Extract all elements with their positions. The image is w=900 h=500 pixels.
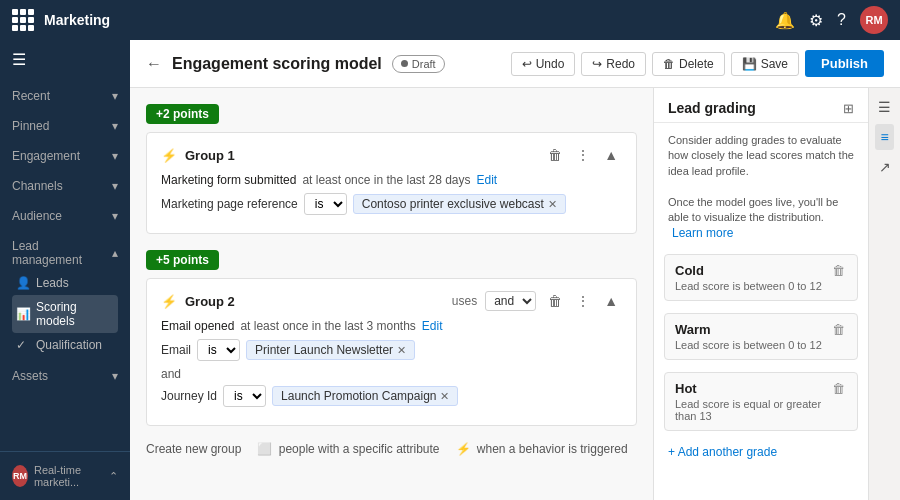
grade-cold-name: Cold [675, 263, 830, 278]
group1-trigger-icon: ⚡ [161, 148, 177, 163]
grade-warm-desc: Lead score is between 0 to 12 [675, 339, 830, 351]
help-icon[interactable]: ? [837, 11, 846, 29]
trigger-icon-footer: ⚡ [456, 442, 471, 456]
gear-icon[interactable]: ⚙ [809, 11, 823, 30]
group2-journey-tag-remove[interactable]: ✕ [440, 390, 449, 403]
sidebar-group-channels: Channels ▾ [0, 169, 130, 199]
sidebar-group-header-assets[interactable]: Assets ▾ [12, 365, 118, 387]
chevron-down-icon-recent: ▾ [112, 89, 118, 103]
sidebar-item-leads[interactable]: 👤 Leads [12, 271, 118, 295]
add-grade-button[interactable]: + Add another grade [654, 437, 868, 467]
chevron-up-icon-lead-management: ▴ [112, 246, 118, 260]
grade-warm-delete[interactable]: 🗑 [830, 322, 847, 337]
group1-condition-row: Marketing form submitted at least once i… [161, 173, 622, 187]
group1-operator-select[interactable]: is [304, 193, 347, 215]
right-panel-desc: Consider adding grades to evaluate how c… [654, 123, 868, 248]
undo-button[interactable]: ↩ Undo [511, 52, 576, 76]
sidebar: ☰ Recent ▾ Pinned ▾ Engagement ▾ Channel… [0, 40, 130, 500]
group2-header: ⚡ Group 2 uses and or 🗑 ⋮ ▲ [161, 291, 622, 311]
sidebar-group-audience: Audience ▾ [0, 199, 130, 229]
app-title: Marketing [44, 12, 765, 28]
group1-collapse-btn[interactable]: ▲ [600, 145, 622, 165]
sidebar-group-engagement: Engagement ▾ [0, 139, 130, 169]
sidebar-group-header-pinned[interactable]: Pinned ▾ [12, 115, 118, 137]
group2-trigger-icon: ⚡ [161, 294, 177, 309]
group1-title: Group 1 [185, 148, 536, 163]
group2-uses-select[interactable]: and or [485, 291, 536, 311]
group2-delete-btn[interactable]: 🗑 [544, 291, 566, 311]
undo-label: Undo [536, 57, 565, 71]
sidebar-hamburger[interactable]: ☰ [0, 40, 130, 79]
sidebar-group-header-lead-management[interactable]: Lead management ▴ [12, 235, 118, 271]
avatar[interactable]: RM [860, 6, 888, 34]
save-button[interactable]: 💾 Save [731, 52, 799, 76]
side-icon-grade[interactable]: ≡ [875, 124, 893, 150]
sidebar-item-scoring-models[interactable]: 📊 Scoring models [12, 295, 118, 333]
scoring-area: +2 points ⚡ Group 1 🗑 ⋮ ▲ Marketing form… [130, 88, 653, 500]
grade-item-hot: Hot Lead score is equal or greater than … [664, 372, 858, 431]
leads-icon: 👤 [16, 276, 30, 290]
delete-icon: 🗑 [663, 57, 675, 71]
group2-edit-link[interactable]: Edit [422, 319, 443, 333]
group2-title: Group 2 [185, 294, 444, 309]
grade-hot-delete[interactable]: 🗑 [830, 381, 847, 396]
save-icon: 💾 [742, 57, 757, 71]
qualification-icon: ✓ [16, 338, 30, 352]
group2-more-btn[interactable]: ⋮ [572, 291, 594, 311]
sidebar-group-label-lead-management: Lead management [12, 239, 112, 267]
draft-dot [401, 60, 408, 67]
app-grid-icon[interactable] [12, 9, 34, 31]
grade-cold-delete[interactable]: 🗑 [830, 263, 847, 278]
bell-icon[interactable]: 🔔 [775, 11, 795, 30]
publish-button[interactable]: Publish [805, 50, 884, 77]
sidebar-item-qualification[interactable]: ✓ Qualification [12, 333, 118, 357]
sidebar-bottom-item[interactable]: RM Real-time marketi... ⌃ [12, 460, 118, 492]
group-card-1: ⚡ Group 1 🗑 ⋮ ▲ Marketing form submitted… [146, 132, 637, 234]
group2-and-connector: and [161, 367, 622, 381]
group1-condition-freq: at least once in the last 28 days [302, 173, 470, 187]
points-label-group2: +5 points [146, 250, 219, 270]
group2-collapse-btn[interactable]: ▲ [600, 291, 622, 311]
group2-email-operator[interactable]: is [197, 339, 240, 361]
sidebar-group-label-pinned: Pinned [12, 119, 49, 133]
group2-email-tag-remove[interactable]: ✕ [397, 344, 406, 357]
expand-icon[interactable]: ⊞ [843, 101, 854, 116]
group2-journey-tag-value: Launch Promotion Campaign [281, 389, 436, 403]
grade-item-cold: Cold Lead score is between 0 to 12 🗑 [664, 254, 858, 301]
group1-delete-btn[interactable]: 🗑 [544, 145, 566, 165]
sidebar-group-label-engagement: Engagement [12, 149, 80, 163]
footer-trigger-option: ⚡ when a behavior is triggered [456, 442, 628, 456]
group2-journey-label: Journey Id [161, 389, 217, 403]
group1-condition-label: Marketing form submitted [161, 173, 296, 187]
group2-journey-row: Journey Id is Launch Promotion Campaign … [161, 385, 622, 407]
content-area: ← Engagement scoring model Draft ↩ Undo … [130, 40, 900, 500]
delete-button[interactable]: 🗑 Delete [652, 52, 725, 76]
grade-warm-name: Warm [675, 322, 830, 337]
group1-edit-link[interactable]: Edit [477, 173, 498, 187]
group1-more-btn[interactable]: ⋮ [572, 145, 594, 165]
group2-actions: 🗑 ⋮ ▲ [544, 291, 622, 311]
redo-button[interactable]: ↪ Redo [581, 52, 646, 76]
sidebar-group-header-recent[interactable]: Recent ▾ [12, 85, 118, 107]
group2-email-tag: Printer Launch Newsletter ✕ [246, 340, 415, 360]
side-icon-list[interactable]: ☰ [873, 94, 896, 120]
group1-tag-remove[interactable]: ✕ [548, 198, 557, 211]
sidebar-bottom-chevron: ⌃ [109, 470, 118, 483]
sidebar-group-header-engagement[interactable]: Engagement ▾ [12, 145, 118, 167]
side-icon-arrow[interactable]: ↗ [874, 154, 896, 180]
learn-more-link[interactable]: Learn more [672, 226, 733, 240]
chevron-down-icon-audience: ▾ [112, 209, 118, 223]
back-button[interactable]: ← [146, 55, 162, 73]
group2-uses: uses [452, 294, 477, 308]
grade-warm-content: Warm Lead score is between 0 to 12 [675, 322, 830, 351]
sidebar-group-header-channels[interactable]: Channels ▾ [12, 175, 118, 197]
top-nav: Marketing 🔔 ⚙ ? RM [0, 0, 900, 40]
chevron-down-icon-pinned: ▾ [112, 119, 118, 133]
group2-journey-operator[interactable]: is [223, 385, 266, 407]
redo-label: Redo [606, 57, 635, 71]
right-panel-lead-grading: Lead grading ⊞ Consider adding grades to… [653, 88, 868, 500]
right-panel-title: Lead grading [668, 100, 756, 116]
side-icons-panel: ☰ ≡ ↗ [868, 88, 900, 500]
sidebar-group-label-audience: Audience [12, 209, 62, 223]
sidebar-group-header-audience[interactable]: Audience ▾ [12, 205, 118, 227]
